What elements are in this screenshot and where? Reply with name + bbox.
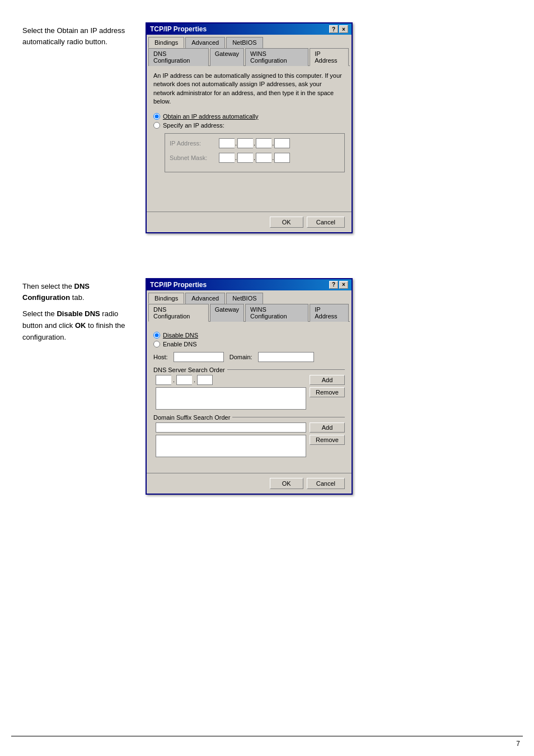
bottom-spacer: [153, 462, 345, 467]
host-domain-row: Host: Domain:: [153, 352, 345, 362]
bottom-titlebar-buttons: ? ×: [329, 281, 348, 289]
radio-specify-label: Specify an IP address:: [163, 122, 224, 129]
radio-obtain-auto-label: Obtain an IP address automatically: [163, 113, 258, 120]
bottom-tab-dns-config[interactable]: DNS Configuration: [148, 304, 209, 322]
ip-address-row: IP Address: . . .: [170, 138, 340, 148]
bottom-instruction: Then select the DNS Configuration tab. S…: [22, 278, 134, 495]
radio-enable-dns-input[interactable]: [153, 341, 160, 348]
dns-ip-seg1[interactable]: [156, 375, 171, 385]
dns-server-remove-button[interactable]: Remove: [310, 387, 345, 397]
close-button[interactable]: ×: [339, 25, 348, 33]
bottom-tab-bindings[interactable]: Bindings: [148, 293, 184, 304]
ip-address-label: IP Address:: [170, 140, 214, 147]
ip-fields-group: IP Address: . . . Subnet Mask:: [165, 133, 345, 172]
top-tabs-row2: DNS Configuration Gateway WINS Configura…: [148, 48, 350, 66]
radio-disable-dns-input[interactable]: [153, 332, 160, 339]
page-divider: [11, 736, 523, 736]
radio-specify: Specify an IP address:: [153, 122, 345, 129]
tab-bindings[interactable]: Bindings: [148, 37, 184, 48]
ip-seg4[interactable]: [274, 138, 290, 148]
tab-advanced[interactable]: Advanced: [185, 37, 225, 48]
dns-ip-seg2[interactable]: [176, 375, 192, 385]
ip-seg3[interactable]: [256, 138, 271, 148]
bottom-tab-wins-config[interactable]: WINS Configuration: [245, 304, 308, 322]
domain-suffix-inputs: [156, 422, 306, 457]
subnet-mask-row: Subnet Mask: . . .: [170, 153, 340, 163]
host-label: Host:: [153, 354, 168, 360]
domain-suffix-list[interactable]: [156, 435, 306, 457]
bottom-tab-gateway[interactable]: Gateway: [210, 304, 244, 322]
tab-ip-address[interactable]: IP Address: [310, 48, 349, 66]
domain-label: Domain:: [229, 354, 252, 360]
domain-suffix-header: Domain Suffix Search Order: [153, 414, 345, 421]
bottom-tab-netbios[interactable]: NetBIOS: [226, 293, 263, 304]
ip-seg1[interactable]: [219, 138, 235, 148]
domain-suffix-section: Domain Suffix Search Order Add Remove: [153, 414, 345, 457]
ip-seg2[interactable]: [237, 138, 253, 148]
radio-obtain-auto: Obtain an IP address automatically: [153, 113, 345, 120]
help-button[interactable]: ?: [329, 25, 338, 33]
bottom-tabs-row1: Bindings Advanced NetBIOS: [148, 292, 350, 303]
dns-server-header: DNS Server Search Order: [153, 367, 345, 373]
top-tabs-row1: Bindings Advanced NetBIOS: [148, 36, 350, 48]
top-dialog-titlebar: TCP/IP Properties ? ×: [147, 24, 352, 35]
tab-netbios[interactable]: NetBIOS: [226, 37, 263, 48]
tab-gateway[interactable]: Gateway: [210, 48, 244, 66]
bottom-dialog: TCP/IP Properties ? × Bindings Advanced …: [146, 278, 353, 495]
dns-server-buttons: Add Remove: [310, 375, 345, 410]
host-input[interactable]: [174, 352, 224, 362]
bottom-tab-advanced[interactable]: Advanced: [185, 293, 225, 304]
domain-suffix-content: Add Remove: [153, 422, 345, 457]
subnet-seg2[interactable]: [237, 153, 253, 163]
dns-server-section: DNS Server Search Order . .: [153, 367, 345, 410]
subnet-seg1[interactable]: [219, 153, 235, 163]
spacer-top: [153, 172, 345, 206]
bottom-dialog-title: TCP/IP Properties: [150, 281, 207, 289]
dns-ip-seg3[interactable]: [197, 375, 213, 385]
page-number: 7: [516, 740, 520, 748]
top-tabs-container: Bindings Advanced NetBIOS DNS Configurat…: [147, 35, 352, 66]
bottom-cancel-button[interactable]: Cancel: [307, 478, 345, 489]
dns-server-divider: [227, 369, 345, 370]
dns-dot1: .: [172, 377, 175, 383]
radio-specify-input[interactable]: [153, 122, 160, 129]
top-ok-button[interactable]: OK: [270, 217, 303, 228]
top-cancel-button[interactable]: Cancel: [307, 217, 345, 228]
bottom-tabs-container: Bindings Advanced NetBIOS DNS Configurat…: [147, 290, 352, 322]
subnet-seg4[interactable]: [274, 153, 290, 163]
dns-dot2: .: [193, 377, 196, 383]
subnet-seg3[interactable]: [256, 153, 271, 163]
domain-suffix-remove-button[interactable]: Remove: [310, 435, 345, 445]
top-dialog-title: TCP/IP Properties: [150, 25, 207, 33]
bottom-tabs-row2: DNS Configuration Gateway WINS Configura…: [148, 303, 350, 322]
domain-suffix-add-button[interactable]: Add: [310, 422, 345, 433]
subnet-mask-label: Subnet Mask:: [170, 154, 214, 161]
radio-disable-dns-label: Disable DNS: [163, 332, 198, 339]
ok-bold: OK: [75, 321, 86, 330]
bottom-help-button[interactable]: ?: [329, 281, 338, 289]
top-dialog: TCP/IP Properties ? × Bindings Advanced …: [146, 22, 353, 233]
tab-wins-config[interactable]: WINS Configuration: [245, 48, 308, 66]
bottom-ok-button[interactable]: OK: [270, 478, 303, 489]
radio-obtain-auto-input[interactable]: [153, 113, 160, 120]
subnet-input-group: . . .: [219, 153, 290, 163]
titlebar-buttons: ? ×: [329, 25, 348, 33]
domain-suffix-buttons: Add Remove: [310, 422, 345, 457]
dns-server-label: DNS Server Search Order: [153, 367, 225, 373]
top-dialog-footer: OK Cancel: [147, 212, 352, 232]
top-dialog-content: An IP address can be automatically assig…: [147, 66, 352, 212]
bottom-tab-ip-address[interactable]: IP Address: [310, 304, 349, 322]
bottom-dialog-footer: OK Cancel: [147, 473, 352, 494]
domain-input[interactable]: [258, 352, 314, 362]
top-instruction: Select the Obtain an IP address automati…: [22, 22, 134, 233]
bottom-close-button[interactable]: ×: [339, 281, 348, 289]
disable-dns-bold: Disable DNS: [57, 309, 100, 318]
radio-enable-dns-label: Enable DNS: [163, 341, 197, 348]
dns-server-content: . . Add Remove: [153, 375, 345, 410]
dns-server-list[interactable]: [156, 387, 306, 410]
bottom-instruction-p1: Then select the DNS Configuration tab.: [22, 281, 134, 304]
bottom-dialog-titlebar: TCP/IP Properties ? ×: [147, 279, 352, 290]
domain-suffix-input[interactable]: [156, 422, 306, 433]
dns-server-add-button[interactable]: Add: [310, 375, 345, 385]
tab-dns-config[interactable]: DNS Configuration: [148, 48, 209, 66]
